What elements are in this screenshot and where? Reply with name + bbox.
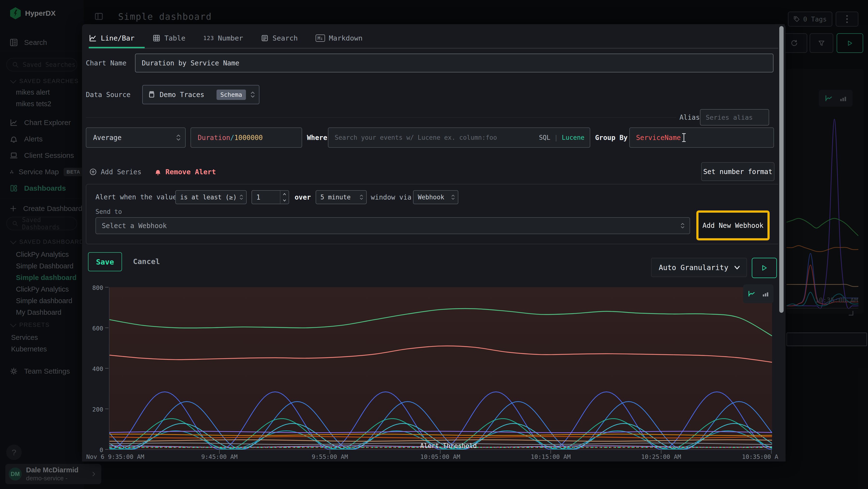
remove-alert-button[interactable]: Remove Alert	[154, 165, 216, 179]
alert-condition-select[interactable]: is at least (≥)	[175, 190, 247, 204]
granularity-select[interactable]: Auto Granularity	[651, 258, 747, 277]
set-number-format-button[interactable]: Set number format	[701, 162, 774, 181]
circle-plus-icon	[89, 168, 97, 176]
aggregation-select[interactable]: Average	[86, 127, 186, 148]
alert-prefix-label: Alert when the value	[95, 190, 177, 204]
y-tick-label: 400	[86, 366, 103, 372]
list-doc-icon	[261, 34, 269, 42]
cancel-button[interactable]: Cancel	[129, 252, 164, 270]
x-axis-label: 10:05:00 AM	[402, 453, 479, 460]
y-tick-mark	[105, 409, 108, 409]
data-source-label: Data Source	[86, 85, 130, 104]
divider	[86, 117, 676, 118]
chart-type-toggle[interactable]	[743, 284, 774, 303]
y-tick-mark	[105, 368, 108, 369]
updown-chevrons-icon	[680, 222, 685, 229]
where-label: Where	[307, 127, 327, 148]
run-chart-button[interactable]	[752, 258, 777, 278]
group-by-input[interactable]: ServiceName	[629, 127, 774, 148]
alias-label: Alias	[679, 109, 700, 125]
y-tick-mark	[105, 327, 108, 328]
x-axis-label: 10:25:00 AM	[623, 453, 700, 460]
scrollbar-thumb[interactable]	[779, 26, 784, 313]
y-tick-label: 0	[86, 447, 103, 454]
over-label: over	[294, 190, 311, 204]
save-button[interactable]: Save	[88, 252, 122, 271]
updown-chevrons-icon	[176, 134, 181, 142]
series-alias-input[interactable]: Series alias	[700, 109, 769, 125]
modal-scrollbar[interactable]	[778, 24, 784, 461]
chevron-down-icon	[283, 199, 286, 202]
field-expression-input[interactable]: Duration/1000000	[190, 127, 302, 148]
window-via-label: window via	[371, 190, 411, 204]
updown-chevrons-icon	[360, 194, 363, 201]
bar-chart-icon	[762, 290, 769, 297]
database-icon	[148, 91, 155, 98]
chevron-down-icon	[734, 264, 741, 271]
alert-threshold-label: Alert Threshold	[415, 442, 482, 450]
sql-toggle[interactable]: SQL	[539, 134, 550, 141]
updown-chevrons-icon	[250, 90, 255, 99]
webhook-select[interactable]: Select a Webhook	[95, 217, 690, 234]
lucene-toggle[interactable]: Lucene	[562, 134, 585, 141]
chart-name-label: Chart Name	[86, 54, 127, 73]
data-source-select[interactable]: Demo Traces Schema	[142, 85, 259, 104]
chart-type-tabs: Line/Bar Table 123 Number Search M↓ Mark…	[89, 28, 779, 49]
number-123-icon: 123	[203, 35, 214, 41]
tab-number[interactable]: 123 Number	[203, 28, 243, 48]
y-tick-label: 600	[86, 325, 103, 332]
table-icon	[152, 34, 161, 42]
schema-badge: Schema	[217, 90, 246, 100]
x-axis-label: 10:35:00 AM	[723, 453, 801, 460]
updown-chevrons-icon	[451, 194, 455, 201]
y-tick-label: 800	[86, 284, 103, 291]
active-tab-underline	[89, 47, 145, 48]
tab-markdown[interactable]: M↓ Markdown	[316, 28, 363, 48]
chart-series-svg	[110, 287, 772, 450]
y-tick-mark	[105, 287, 108, 287]
tab-line-bar[interactable]: Line/Bar	[89, 28, 134, 48]
tab-search[interactable]: Search	[261, 28, 298, 48]
x-axis-label: Nov 6 9:35:00 AM	[77, 453, 154, 460]
add-new-webhook-button[interactable]: Add New Webhook	[696, 210, 770, 240]
play-icon	[761, 264, 768, 271]
add-series-button[interactable]: Add Series	[89, 165, 142, 179]
y-tick-mark	[105, 449, 108, 450]
x-axis-label: 9:45:00 AM	[181, 453, 258, 460]
x-axis-label: 9:55:00 AM	[291, 453, 368, 460]
chart-plot-area[interactable]	[109, 287, 772, 450]
bell-icon	[154, 168, 161, 175]
x-axis-label: 10:15:00 AM	[512, 453, 589, 460]
number-stepper[interactable]	[280, 191, 289, 204]
send-to-label: Send to	[95, 208, 122, 215]
alert-channel-select[interactable]: Webhook	[413, 190, 458, 204]
chevron-up-icon	[283, 193, 286, 196]
chart-name-input[interactable]: Duration by Service Name	[135, 54, 774, 73]
updown-chevrons-icon	[240, 194, 243, 201]
alert-window-select[interactable]: 5 minute	[316, 190, 367, 204]
edit-chart-modal: Line/Bar Table 123 Number Search M↓ Mark…	[82, 24, 785, 461]
where-search-input[interactable]: Search your events w/ Lucene ex. column:…	[328, 127, 590, 148]
line-chart-icon	[89, 34, 97, 42]
text-cursor	[684, 133, 684, 142]
group-by-label: Group By	[595, 127, 628, 148]
tab-table[interactable]: Table	[152, 28, 185, 48]
alert-threshold-input[interactable]: 1	[251, 190, 289, 204]
line-chart-icon	[748, 290, 756, 298]
app-root: HyperDX Simple dashboard 0 Tags Search S…	[0, 0, 868, 489]
y-tick-label: 200	[86, 406, 103, 413]
markdown-icon: M↓	[316, 34, 325, 42]
